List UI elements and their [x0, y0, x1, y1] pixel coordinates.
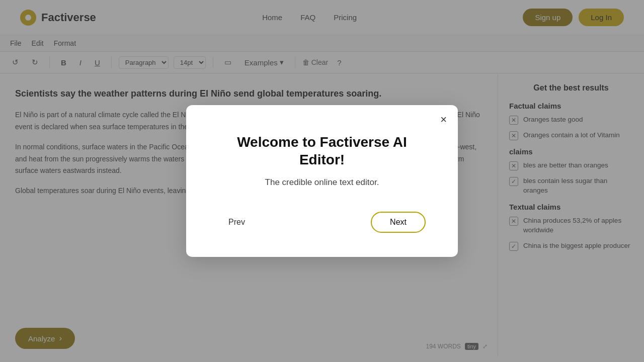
next-button[interactable]: Next: [371, 212, 426, 233]
prev-button[interactable]: Prev: [218, 213, 255, 232]
modal-actions: Prev Next: [218, 212, 426, 233]
modal-title: Welcome to Factiverse AI Editor!: [218, 133, 426, 168]
welcome-modal: × Welcome to Factiverse AI Editor! The c…: [186, 105, 458, 257]
modal-close-button[interactable]: ×: [440, 114, 447, 125]
modal-subtitle: The credible online text editor.: [218, 177, 426, 188]
modal-overlay[interactable]: × Welcome to Factiverse AI Editor! The c…: [0, 0, 644, 362]
